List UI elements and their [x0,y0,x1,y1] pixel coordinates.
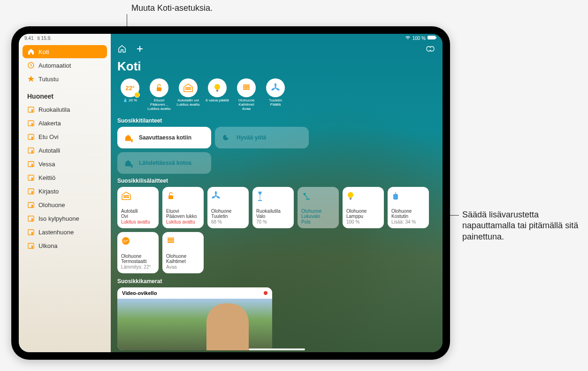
tile-room: Olohuone [346,209,380,214]
status-pill[interactable]: TuuletinPäällä [263,78,288,111]
scene-good-night[interactable]: Hyvää yötä [215,127,309,148]
accessory-tile[interactable]: Olohuone Tuuletin 68 % [207,187,249,228]
svg-rect-58 [168,242,174,243]
scene-arriving-home[interactable]: Saavuttaessa kotiin [117,127,211,148]
sidebar-item-discover[interactable]: Tutustu [23,72,107,85]
tile-text: Etuovi Pääoven lukko Lukitus avattu [166,209,200,225]
room-label: Ruokailutila [38,106,70,113]
tile-room: Etuovi [166,209,200,214]
svg-rect-0 [428,36,435,39]
accessory-tile[interactable]: Olohuone Lukuvalo Pois [298,187,339,228]
tile-name: Lukuvalo [301,214,335,219]
svg-rect-56 [168,239,174,240]
room-icon [27,242,35,249]
sidebar-room-item[interactable]: Ulkona [23,239,107,252]
status-pill[interactable]: 6 valoa päällä [205,78,230,111]
svg-rect-11 [28,162,34,167]
intercom-button[interactable] [426,45,436,55]
tile-room: Ruokailutila [256,209,290,214]
tile-room: Autotalli [121,209,155,214]
svg-rect-21 [28,230,34,235]
sidebar-item-home[interactable]: Koti [23,45,107,58]
sidebar-room-item[interactable]: Alakerta [23,116,107,130]
room-icon [27,147,35,154]
sidebar-room-item[interactable]: Kirjasto [23,185,107,198]
tile-name: Pääoven lukko [166,214,200,219]
status-pill[interactable]: Olohuone KaihtimetAvaa [234,78,259,111]
home-indicator[interactable] [249,348,305,350]
accessory-tile[interactable]: Olohuone Kostutin Lisää: 34 % [388,187,429,228]
svg-rect-13 [28,175,34,180]
svg-rect-32 [243,87,250,88]
sidebar: Koti Automaatiot Tutustu Huoneet Ruokail… [19,34,111,352]
section-accessories-label: Suosikkilisälaitteet [117,178,436,184]
sidebar-room-item[interactable]: Olohuone [23,198,107,211]
tile-status: Avaa [166,264,200,270]
sidebar-room-item[interactable]: Vessa [23,157,107,170]
tile-text: Ruokailutila Valo 70 % [256,209,290,225]
status-pill[interactable]: Autotallin oviLukitus avattu [176,78,201,111]
section-scenes-label: Suosikkitilanteet [117,117,436,124]
home-settings-button[interactable] [117,44,127,55]
accessory-tile[interactable]: Olohuone Lamppu 100 % [343,187,384,228]
rooms-list: RuokailutilaAlakertaEtu OviAutotalliVess… [23,103,107,252]
humidifier-icon [391,191,425,201]
lock-open-icon [166,191,200,201]
accessory-tile[interactable]: 22° Olohuone Termostaatti Lämmitys: 22° [117,232,159,273]
sidebar-room-item[interactable]: Keittiö [23,171,107,184]
sidebar-room-item[interactable]: Autotalli [23,144,107,157]
svg-rect-31 [243,86,250,87]
pill-label: Autotallin oviLukitus avattu [176,99,199,107]
svg-rect-42 [168,195,173,199]
tile-name: Lamppu [346,214,380,219]
accessory-tile[interactable]: Autotalli Ovi Lukitus avattu [117,187,159,228]
tile-name: Valo [256,214,290,219]
accessory-tile[interactable]: Olohuone Kaihtimet Avaa [162,232,204,273]
room-icon [27,215,35,222]
sidebar-room-item[interactable]: Ruokailutila [23,103,107,116]
svg-point-43 [215,195,217,197]
svg-rect-41 [123,197,129,198]
callout-adjust-accessory: Säädä lisävarustetta napauttamalla tai p… [462,209,584,242]
svg-rect-8 [31,137,33,139]
topbar [117,44,436,55]
tile-status: Lukitus avattu [121,219,155,225]
svg-point-44 [215,191,217,195]
room-icon [27,119,35,127]
status-pill[interactable]: Etuovi Pääoven...Lukitus avattu [146,78,172,111]
sidebar-room-item[interactable]: Etu Ovi [23,130,107,143]
svg-rect-29 [216,90,218,92]
clock-icon [27,62,35,69]
sidebar-room-item[interactable]: Iso kylpyhuone [23,212,107,225]
tile-room: Olohuone [166,254,200,259]
pill-icon [150,78,168,97]
svg-rect-16 [31,191,33,194]
add-button[interactable] [135,44,145,55]
tile-text: Autotalli Ovi Lukitus avattu [121,209,155,225]
camera-tile[interactable]: Video-ovikello [117,287,272,350]
sidebar-item-automations[interactable]: Automaatiot [23,59,107,72]
tile-name: Ovi [121,214,155,219]
svg-rect-1 [435,37,436,39]
room-label: Autotalli [38,147,60,154]
tile-room: Olohuone [211,209,245,214]
svg-rect-20 [31,218,33,221]
sidebar-room-item[interactable]: Lastenhuone [23,225,107,239]
recording-indicator-icon [264,291,267,295]
pill-label: 6 valoa päällä [206,99,229,103]
badge-icon: ↑ [134,92,140,98]
accessory-tile[interactable]: Ruokailutila Valo 70 % [252,187,294,228]
thermostat-icon: 22° [121,236,155,246]
status-pill[interactable]: 22°↑💧 20 % [117,78,143,111]
svg-rect-6 [31,123,33,126]
svg-rect-7 [28,134,34,139]
wifi-icon [405,35,411,41]
scene-label: Saavuttaessa kotiin [139,134,191,141]
accessory-tile[interactable]: Etuovi Pääoven lukko Lukitus avattu [162,187,204,228]
svg-point-34 [275,87,276,89]
scene-leaving-home[interactable]: Lähdettäessä kotoa [117,152,211,174]
pill-label: Etuovi Pääoven...Lukitus avattu [146,99,172,111]
sidebar-item-label: Tutustu [38,76,59,83]
svg-rect-12 [31,164,33,167]
svg-rect-52 [393,194,398,200]
